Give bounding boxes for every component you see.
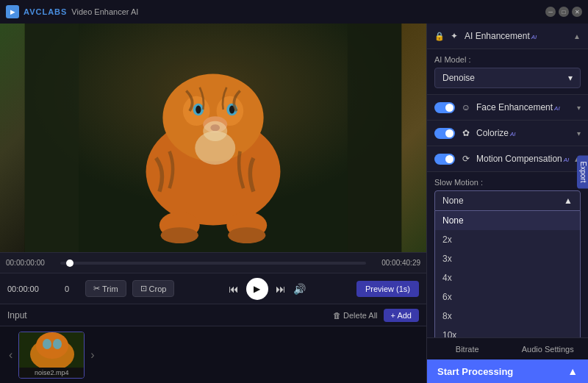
chevron-down-icon-face: ▾	[577, 104, 581, 112]
preview-button[interactable]: Preview (1s)	[356, 281, 419, 297]
app-logo: ▶	[6, 5, 19, 18]
option-8x[interactable]: 8x	[435, 307, 580, 326]
svg-point-25	[53, 339, 62, 349]
motion-compensation-header[interactable]: ⟳ Motion CompensationAI ▲	[427, 146, 588, 172]
strip-next-button[interactable]: ›	[87, 348, 97, 362]
svg-rect-20	[25, 24, 401, 252]
play-button[interactable]: ▶	[246, 278, 268, 300]
tab-audio-settings[interactable]: Audio Settings	[508, 338, 589, 359]
face-enhancement-title: Face EnhancementAI	[476, 102, 577, 112]
right-panel-scrollable: 🔒 ✦ AI EnhancementAI ▲ AI Model : Denois…	[427, 24, 588, 337]
transport-controls: ⏮ ▶ ⏭ 🔊	[226, 278, 306, 300]
thumbnail-strip: ‹ noise2.mp4 ›	[0, 326, 426, 383]
motion-compensation-icon: ⟳	[459, 152, 473, 165]
current-time: 00:00:00	[7, 284, 59, 293]
ai-enhancement-section[interactable]: 🔒 ✦ AI EnhancementAI ▲	[427, 24, 588, 49]
option-2x[interactable]: 2x	[435, 230, 580, 249]
tiger-svg	[0, 24, 426, 252]
timeline-bar: 00:00:00:00 00:00:40:29	[0, 252, 426, 273]
tab-bitrate[interactable]: Bitrate	[427, 338, 508, 359]
motion-compensation-content: Slow Motion : None ▲ None 2x 3x 4	[427, 172, 588, 337]
input-strip: Input 🗑 Delete All + Add	[0, 304, 426, 326]
ai-enhancement-title: AI EnhancementAI	[465, 31, 573, 41]
crop-icon: ⊡	[140, 284, 147, 293]
input-label: Input	[7, 310, 27, 321]
controls-bar: 00:00:00 0 ✂ Trim ⊡ Crop ⏮ ▶ ⏭ 🔊 Preview…	[0, 273, 426, 304]
video-panel: 00:00:00:00 00:00:40:29 00:00:00 0 ✂ Tri…	[0, 24, 426, 383]
ai-badge-2: AI	[554, 105, 560, 112]
skip-forward-button[interactable]: ⏭	[273, 282, 289, 296]
brand-text: AVCLABS	[24, 7, 67, 16]
strip-prev-button[interactable]: ‹	[6, 348, 15, 362]
slow-motion-options: None 2x 3x 4x 6x 8x 10x 12x 16x	[434, 211, 581, 337]
motion-compensation-section: ⟳ Motion CompensationAI ▲ Slow Motion : …	[427, 146, 588, 337]
trash-icon: 🗑	[333, 311, 341, 320]
colorize-title: ColorizeAI	[476, 128, 577, 138]
face-enhancement-toggle[interactable]	[434, 102, 455, 113]
option-3x[interactable]: 3x	[435, 249, 580, 268]
svg-point-24	[43, 339, 51, 349]
option-10x[interactable]: 10x	[435, 326, 580, 337]
chevron-down-icon-model: ▾	[568, 73, 573, 83]
svg-point-23	[36, 332, 68, 359]
timeline-end: 00:00:40:29	[369, 259, 420, 267]
slow-motion-dropdown[interactable]: None ▲ None 2x 3x 4x 6x 8x 10x	[434, 190, 581, 337]
thumbnail-label: noise2.mp4	[19, 368, 84, 378]
chevron-down-icon-colorize: ▾	[577, 129, 581, 137]
title-bar: ▶ AVCLABS Video Enhancer AI ─ □ ✕	[0, 0, 588, 24]
ai-model-label: AI Model :	[434, 55, 581, 64]
slow-motion-dropdown-btn[interactable]: None ▲	[434, 190, 581, 211]
colorize-icon: ✿	[459, 126, 473, 140]
colorize-section[interactable]: ✿ ColorizeAI ▾	[427, 121, 588, 146]
motion-compensation-title: Motion CompensationAI	[476, 154, 573, 164]
title-bar-left: ▶ AVCLABS Video Enhancer AI	[6, 5, 138, 18]
slow-motion-label: Slow Motion :	[434, 178, 581, 187]
face-enhancement-section[interactable]: ☺ Face EnhancementAI ▾	[427, 95, 588, 121]
skip-back-button[interactable]: ⏮	[226, 282, 242, 296]
app-title: Video Enhancer AI	[71, 7, 138, 16]
option-none[interactable]: None	[435, 211, 580, 230]
minimize-button[interactable]: ─	[545, 7, 556, 17]
video-preview	[0, 24, 426, 252]
option-4x[interactable]: 4x	[435, 268, 580, 287]
timeline-track[interactable]	[60, 262, 366, 265]
ai-badge-1: AI	[531, 34, 537, 40]
thumbnail-item[interactable]: noise2.mp4	[18, 332, 85, 379]
current-frame: 0	[65, 284, 79, 293]
delete-all-button[interactable]: 🗑 Delete All	[333, 311, 377, 320]
ai-enhancement-icon: ✦	[448, 29, 461, 43]
add-button[interactable]: + Add	[384, 309, 419, 322]
scissors-icon: ✂	[93, 284, 100, 293]
timeline-start: 00:00:00:00	[6, 259, 57, 267]
ai-badge-4: AI	[564, 157, 570, 163]
chevron-up-icon-1: ▲	[573, 32, 581, 40]
ai-badge-3: AI	[510, 131, 516, 137]
trim-button[interactable]: ✂ Trim	[85, 280, 126, 297]
start-processing-button[interactable]: Start Processing ▲	[427, 359, 588, 383]
thumb-tiger-svg	[19, 332, 85, 368]
lock-icon: 🔒	[434, 32, 445, 41]
right-panel: 🔒 ✦ AI EnhancementAI ▲ AI Model : Denois…	[426, 24, 588, 383]
bottom-bar: Bitrate Audio Settings	[427, 337, 588, 359]
option-6x[interactable]: 6x	[435, 287, 580, 307]
window-controls: ─ □ ✕	[545, 7, 582, 17]
ai-model-dropdown[interactable]: Denoise ▾	[434, 68, 581, 88]
start-processing-label: Start Processing	[437, 366, 513, 377]
chevron-up-icon-dropdown: ▲	[564, 196, 573, 206]
main-area: 00:00:00:00 00:00:40:29 00:00:00 0 ✂ Tri…	[0, 24, 588, 383]
face-enhancement-icon: ☺	[459, 101, 473, 114]
timeline-thumb[interactable]	[66, 259, 74, 267]
volume-button[interactable]: 🔊	[293, 283, 306, 295]
video-content	[0, 24, 426, 252]
right-panel-wrapper: 🔒 ✦ AI EnhancementAI ▲ AI Model : Denois…	[427, 24, 588, 383]
colorize-toggle[interactable]	[434, 128, 455, 139]
close-button[interactable]: ✕	[572, 7, 582, 17]
maximize-button[interactable]: □	[559, 7, 569, 17]
motion-compensation-toggle[interactable]	[434, 154, 455, 165]
export-tab[interactable]: Export	[577, 156, 588, 189]
thumbnail-preview	[19, 332, 84, 368]
ai-enhancement-content: AI Model : Denoise ▾	[427, 49, 588, 95]
expand-icon: ▲	[567, 365, 578, 377]
crop-button[interactable]: ⊡ Crop	[132, 280, 175, 297]
